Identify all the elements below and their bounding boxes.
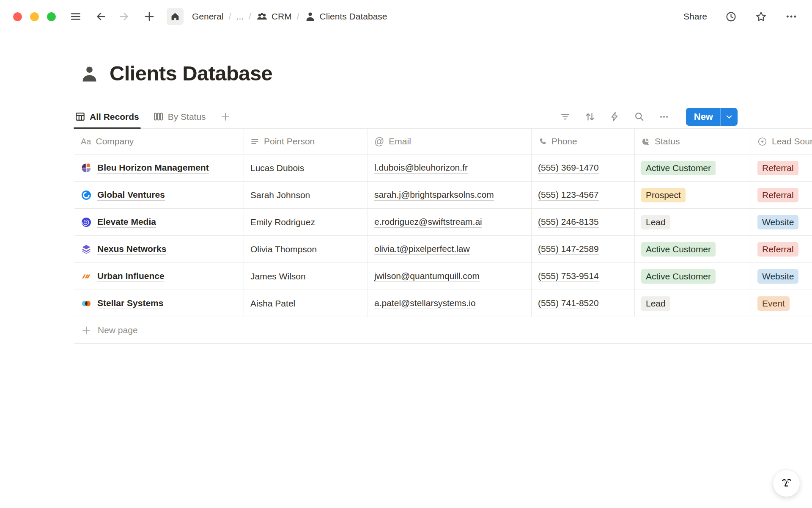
column-header-email[interactable]: @ Email: [368, 129, 532, 154]
status-cell[interactable]: Active Customer: [635, 263, 751, 290]
phone-cell[interactable]: (555) 753-9514: [532, 263, 635, 290]
company-name[interactable]: Nexus Networks: [97, 244, 166, 255]
company-cell[interactable]: Elevate Media: [74, 209, 244, 235]
company-cell[interactable]: Stellar Systems: [74, 290, 244, 317]
phone-cell[interactable]: (555) 369-1470: [532, 155, 635, 181]
breadcrumb-current[interactable]: Clients Database: [304, 11, 387, 22]
phone-cell[interactable]: (555) 147-2589: [532, 236, 635, 262]
company-cell[interactable]: Global Ventures: [74, 182, 244, 208]
column-header-company[interactable]: Aa Company: [74, 129, 244, 154]
phone-value[interactable]: (555) 369-1470: [538, 163, 599, 174]
title-aa-icon: Aa: [81, 137, 91, 146]
phone-value[interactable]: (555) 741-8520: [538, 298, 599, 309]
table-row[interactable]: Bleu Horizon ManagementLucas Duboisl.dub…: [74, 155, 812, 182]
lead-source-cell[interactable]: Event: [751, 290, 812, 317]
new-button-caret[interactable]: [720, 108, 738, 126]
lead-source-cell[interactable]: Website: [751, 209, 812, 235]
company-cell[interactable]: Bleu Horizon Management: [74, 155, 244, 181]
home-icon[interactable]: [167, 8, 184, 25]
email-value[interactable]: jwilson@quantumquill.com: [374, 271, 480, 282]
lead-source-cell[interactable]: Website: [751, 263, 812, 290]
point-person-cell[interactable]: Sarah Johnson: [244, 182, 368, 208]
table-row[interactable]: Nexus NetworksOlivia Thompsonolivia.t@pi…: [74, 236, 812, 263]
table-row[interactable]: Urban InfluenceJames Wilsonjwilson@quant…: [74, 263, 812, 290]
forward-arrow-icon[interactable]: [118, 9, 132, 24]
point-person-cell[interactable]: Olivia Thompson: [244, 236, 368, 262]
more-ellipsis-icon[interactable]: [658, 111, 669, 122]
phone-cell[interactable]: (555) 741-8520: [532, 290, 635, 317]
lightning-icon[interactable]: [609, 111, 620, 122]
sort-icon[interactable]: [584, 111, 595, 122]
sidebar-menu-icon[interactable]: [69, 9, 83, 24]
notion-ai-button[interactable]: [773, 469, 800, 497]
status-cell[interactable]: Active Customer: [635, 155, 751, 181]
company-name[interactable]: Global Ventures: [97, 190, 165, 201]
company-name[interactable]: Stellar Systems: [97, 298, 163, 309]
lead-source-cell[interactable]: Referral: [751, 182, 812, 208]
company-name[interactable]: Urban Influence: [97, 271, 165, 282]
email-value[interactable]: a.patel@stellarsystems.io: [374, 298, 476, 309]
clock-history-icon[interactable]: [725, 11, 737, 23]
table-row[interactable]: Stellar SystemsAisha Patela.patel@stella…: [74, 290, 812, 317]
email-value[interactable]: olivia.t@pixelperfect.law: [374, 244, 470, 255]
page-icon-person[interactable]: [80, 64, 99, 84]
zoom-window-button[interactable]: [47, 12, 56, 21]
close-window-button[interactable]: [13, 12, 22, 21]
tab-by-status[interactable]: By Status: [153, 105, 207, 128]
table-row[interactable]: Elevate MediaEmily Rodrigueze.rodriguez@…: [74, 209, 812, 236]
email-value[interactable]: e.rodriguez@swiftstream.ai: [374, 217, 482, 228]
email-cell[interactable]: jwilson@quantumquill.com: [368, 263, 532, 290]
breadcrumb-root[interactable]: General: [192, 11, 224, 22]
point-person-cell[interactable]: Emily Rodriguez: [244, 209, 368, 235]
status-cell[interactable]: Lead: [635, 209, 751, 235]
phone-value[interactable]: (555) 123-4567: [538, 190, 599, 201]
more-ellipsis-icon[interactable]: [785, 10, 798, 23]
company-cell[interactable]: Nexus Networks: [74, 236, 244, 262]
back-arrow-icon[interactable]: [93, 9, 107, 24]
search-icon[interactable]: [634, 111, 645, 122]
company-name[interactable]: Elevate Media: [97, 217, 156, 228]
tab-all-records[interactable]: All Records: [74, 105, 140, 128]
phone-cell[interactable]: (555) 246-8135: [532, 209, 635, 235]
email-cell[interactable]: e.rodriguez@swiftstream.ai: [368, 209, 532, 235]
column-header-point-person[interactable]: Point Person: [244, 129, 368, 154]
new-tab-plus-icon[interactable]: [142, 9, 156, 24]
table-row[interactable]: Global VenturesSarah Johnsonsarah.j@brig…: [74, 182, 812, 209]
company-name[interactable]: Bleu Horizon Management: [97, 163, 209, 174]
new-button[interactable]: New: [686, 108, 720, 126]
elevate-media-logo-icon: [81, 217, 92, 228]
phone-value[interactable]: (555) 147-2589: [538, 244, 599, 255]
breadcrumb-separator: /: [229, 11, 231, 22]
lead-source-cell[interactable]: Referral: [751, 236, 812, 262]
email-cell[interactable]: sarah.j@brightsparksolns.com: [368, 182, 532, 208]
page-title[interactable]: Clients Database: [110, 63, 272, 84]
email-value[interactable]: l.dubois@bleuhorizon.fr: [374, 163, 468, 174]
point-person-cell[interactable]: Lucas Dubois: [244, 155, 368, 181]
breadcrumb-parent[interactable]: CRM: [256, 11, 292, 22]
new-page-row[interactable]: New page: [74, 317, 812, 344]
email-value[interactable]: sarah.j@brightsparksolns.com: [374, 190, 494, 201]
status-cell[interactable]: Active Customer: [635, 236, 751, 262]
point-person-value: Sarah Johnson: [250, 190, 310, 200]
column-header-phone[interactable]: Phone: [532, 129, 635, 154]
email-cell[interactable]: l.dubois@bleuhorizon.fr: [368, 155, 532, 181]
column-header-lead-source[interactable]: Lead Source: [751, 129, 812, 154]
status-cell[interactable]: Lead: [635, 290, 751, 317]
star-icon[interactable]: [755, 11, 767, 23]
status-cell[interactable]: Prospect: [635, 182, 751, 208]
share-button[interactable]: Share: [683, 11, 707, 22]
lead-source-cell[interactable]: Referral: [751, 155, 812, 181]
email-cell[interactable]: a.patel@stellarsystems.io: [368, 290, 532, 317]
phone-value[interactable]: (555) 246-8135: [538, 217, 599, 228]
minimize-window-button[interactable]: [30, 12, 39, 21]
filter-icon[interactable]: [560, 111, 571, 122]
email-cell[interactable]: olivia.t@pixelperfect.law: [368, 236, 532, 262]
add-view-plus-icon[interactable]: [220, 112, 230, 122]
point-person-cell[interactable]: Aisha Patel: [244, 290, 368, 317]
column-header-status[interactable]: Status: [635, 129, 751, 154]
point-person-cell[interactable]: James Wilson: [244, 263, 368, 290]
phone-value[interactable]: (555) 753-9514: [538, 271, 599, 282]
phone-cell[interactable]: (555) 123-4567: [532, 182, 635, 208]
breadcrumb-collapsed[interactable]: ...: [236, 11, 244, 22]
company-cell[interactable]: Urban Influence: [74, 263, 244, 290]
